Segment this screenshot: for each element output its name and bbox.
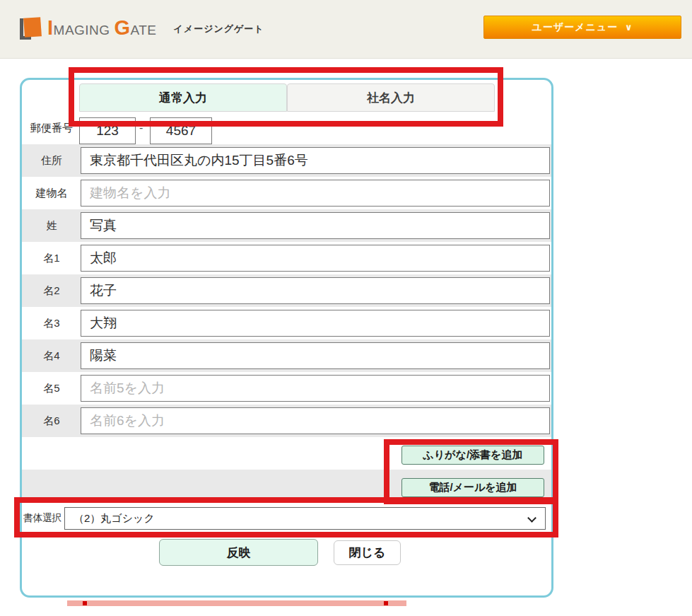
name4-input[interactable] [81,342,550,369]
name5-row: 名5 [22,372,551,405]
name3-row: 名3 [22,307,551,339]
name6-label: 名6 [22,405,81,437]
name3-label: 名3 [22,307,81,339]
name5-input[interactable] [81,375,550,402]
name3-input[interactable] [81,310,550,337]
surname-label: 姓 [22,209,81,242]
annotation-remnant-bottom [67,600,406,606]
font-select-value: （2）丸ゴシック [74,512,155,525]
surname-row: 姓 [22,209,551,242]
add-furigana-row: ふりがな/添書を追加 [22,437,551,470]
add-furigana-note-button[interactable]: ふりがな/添書を追加 [401,446,544,465]
postal-code-separator: - [139,122,143,134]
name1-label: 名1 [22,242,81,274]
font-select-row: 書体選択 （2）丸ゴシック [22,502,551,535]
address-row: 住所 [22,144,551,177]
name1-input[interactable] [81,245,550,272]
building-name-label: 建物名 [22,177,81,209]
tab-company-name-input[interactable]: 社名入力 [287,83,495,112]
name2-input[interactable] [81,277,550,304]
postal-code-input-2[interactable] [150,117,212,144]
name4-label: 名4 [22,339,81,372]
imaging-gate-wordmark: IMAGING GATE [47,16,157,42]
surname-input[interactable] [81,212,550,239]
wordmark-accent-g: G [114,16,130,39]
imaging-gate-logo-icon [18,17,45,41]
logo-subtitle: イメージングゲート [174,17,264,41]
name2-row: 名2 [22,274,551,307]
name4-row: 名4 [22,339,551,372]
add-phone-email-button[interactable]: 電話/メールを追加 [401,478,544,497]
name6-input[interactable] [81,407,550,434]
postal-code-label: 郵便番号 [22,112,81,144]
chevron-down-icon: ∨ [625,22,633,33]
wordmark-accent-i: I [47,16,54,39]
annotation-remnant-dot [83,601,87,605]
wordmark-maging: MAGING [54,23,115,37]
user-menu-label: ユーザーメニュー [532,21,618,33]
input-mode-tabs: 通常入力 社名入力 [79,83,495,112]
wordmark-ate: ATE [130,23,156,37]
tab-normal-input[interactable]: 通常入力 [79,83,287,112]
app-header: IMAGING GATE イメージングゲート ユーザーメニュー∨ [0,0,692,59]
address-label: 住所 [22,144,81,177]
add-phone-row: 電話/メールを追加 [22,470,551,502]
postal-code-row: 郵便番号 - [22,112,551,144]
annotation-remnant-dot [384,601,388,605]
building-name-input[interactable] [81,180,550,207]
font-select-label: 書体選択 [23,502,63,535]
font-select[interactable]: （2）丸ゴシック [64,507,546,530]
chevron-down-icon [527,513,536,523]
postal-code-input-1[interactable] [79,117,136,144]
address-input[interactable] [81,147,550,174]
close-button[interactable]: 閉じる [334,540,401,565]
building-name-row: 建物名 [22,177,551,209]
name2-label: 名2 [22,274,81,307]
apply-button[interactable]: 反映 [159,539,318,566]
user-menu-button[interactable]: ユーザーメニュー∨ [483,16,681,39]
imaging-gate-logo: IMAGING GATE イメージングゲート [18,16,264,42]
entry-dialog-panel: 通常入力 社名入力 郵便番号 - 住所 建物名 姓 名1 名2 名3 名4 名5 [20,78,553,598]
name6-row: 名6 [22,405,551,437]
name1-row: 名1 [22,242,551,274]
name5-label: 名5 [22,372,81,405]
